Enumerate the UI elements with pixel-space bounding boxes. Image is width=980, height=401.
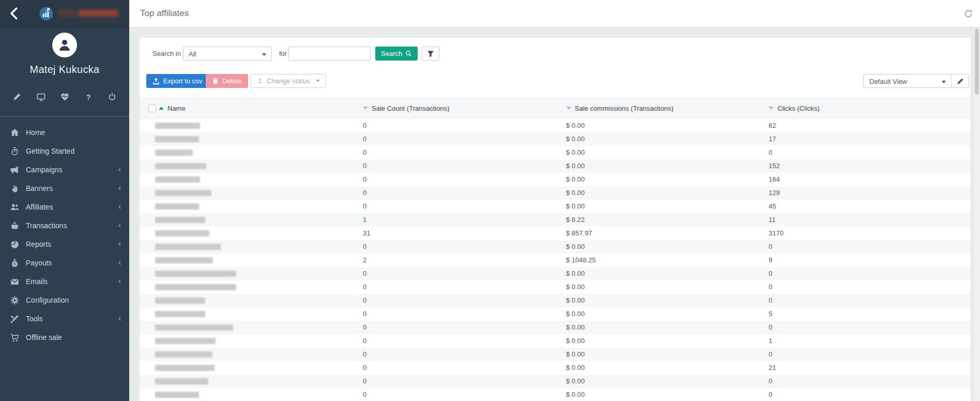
table-row[interactable]: 0 $ 0.00 164 [140,173,971,186]
commission-cell: $ 0.00 [566,135,585,143]
table-row[interactable]: 0 $ 0.00 21 [140,361,971,375]
sidebar-item-reports[interactable]: Reports [0,235,129,254]
clicks-cell: 9 [769,256,772,264]
table-row[interactable]: 0 $ 0.00 129 [140,186,971,200]
sidebar-item-banners[interactable]: Banners [0,179,129,198]
affiliate-name-redacted [155,351,212,358]
affiliate-name-redacted [155,392,199,398]
trash-icon [212,78,219,84]
topbar: Top affiliates [129,0,980,27]
table-row[interactable]: 1 $ 8.22 11 [140,213,971,227]
clicks-cell: 0 [769,243,772,250]
table-row[interactable]: 0 $ 0.00 0 [140,348,971,361]
sidebar-item-emails[interactable]: Emails [0,272,129,291]
table-row[interactable]: 0 $ 0.00 0 [140,321,971,334]
app-logo-icon[interactable] [39,7,53,21]
scrollbar-thumb[interactable] [975,28,979,95]
table-row[interactable]: 0 $ 0.00 45 [140,200,971,213]
clicks-cell: 11 [769,216,776,224]
table-row[interactable]: 2 $ 1048.25 9 [140,254,971,267]
table-row[interactable]: 0 $ 0.00 0 [140,267,971,280]
affiliate-name-redacted [155,190,211,196]
table-row[interactable]: 0 $ 0.00 0 [140,146,971,159]
filter-button[interactable] [422,47,439,61]
affiliate-name-redacted [155,257,213,263]
column-header-sale-commissions[interactable]: Sale commissions (Transactions) [566,97,673,119]
search-button[interactable]: Search [375,47,418,61]
edit-view-button[interactable] [952,75,969,87]
change-status-button[interactable]: Change status [251,74,326,88]
search-scope-select[interactable]: All [183,47,272,61]
quick-actions: ? [12,92,117,101]
column-header-name[interactable]: Name [159,97,186,119]
logout-power-icon[interactable] [108,92,117,101]
sale-count-cell: 31 [363,229,370,237]
sort-icon [566,107,571,110]
sale-count-cell: 1 [363,216,366,224]
table-row[interactable]: 0 $ 0.00 152 [140,159,971,173]
sidebar-item-payouts[interactable]: Payouts [0,254,129,272]
sidebar-item-tools[interactable]: Tools [0,309,129,328]
commission-cell: $ 8.22 [566,216,585,224]
sale-count-cell: 0 [363,202,366,210]
sale-count-cell: 0 [363,350,366,358]
moneybag-icon [10,259,19,268]
sort-icon [769,107,774,110]
sidebar-item-configuration[interactable]: Configuration [0,291,129,309]
table-row[interactable]: 0 $ 0.00 0 [140,294,971,307]
export-to-csv-button[interactable]: Export to csv [146,74,208,88]
status-heartbeat-icon[interactable] [60,92,69,101]
monitor-icon[interactable] [36,92,45,101]
sidebar-item-campaigns[interactable]: Campaigns [0,160,129,179]
select-all-checkbox[interactable] [148,105,156,112]
commission-cell: $ 0.00 [566,377,585,385]
up-down-arrows-icon [257,78,263,84]
view-select[interactable]: Default View [864,75,952,87]
sale-count-cell: 0 [363,135,366,143]
chevron-left-icon [117,224,122,228]
table-row[interactable]: 0 $ 0.00 0 [140,388,971,401]
column-header-clicks[interactable]: Clicks (Clicks) [769,97,820,119]
clicks-cell: 129 [769,189,780,197]
table-row[interactable]: 0 $ 0.00 0 [140,240,971,254]
table-row[interactable]: 0 $ 0.00 0 [140,375,971,388]
commission-cell: $ 0.00 [566,364,585,372]
table-row[interactable]: 0 $ 0.00 0 [140,280,971,294]
delete-button[interactable]: Delete [206,74,248,88]
column-header-sale-count[interactable]: Sale Count (Transactions) [363,97,450,119]
table-row[interactable]: 0 $ 0.00 17 [140,132,971,146]
sidebar-item-affiliates[interactable]: Affiliates [0,198,129,216]
chevron-left-icon [117,261,122,265]
refresh-icon[interactable] [964,9,973,18]
upload-icon [152,78,160,85]
search-input[interactable] [288,47,371,61]
sale-count-cell: 0 [363,175,366,183]
avatar[interactable] [52,33,77,57]
table-row[interactable]: 0 $ 0.00 5 [140,307,971,321]
sidebar-item-transactions[interactable]: Transactions [0,216,129,235]
table-row[interactable]: 0 $ 0.00 62 [140,119,971,132]
help-icon[interactable]: ? [84,92,93,101]
clicks-cell: 0 [769,270,772,277]
table-row[interactable]: 31 $ 857.97 3170 [140,227,971,240]
sidebar-item-getting-started[interactable]: Getting Started [0,142,129,160]
commission-cell: $ 1048.25 [566,256,596,264]
sort-asc-icon [159,107,164,110]
chevron-down-icon [942,81,946,83]
table-row[interactable]: 0 $ 0.00 1 [140,334,971,348]
sidebar-item-offline-sale[interactable]: Offline sale [0,328,129,347]
clicks-cell: 0 [769,296,772,304]
vertical-scrollbar[interactable] [973,27,980,401]
sale-count-cell: 0 [363,148,366,156]
user-name: Matej Kukucka [0,64,129,76]
affiliate-name-redacted [155,203,199,210]
commission-cell: $ 0.00 [566,310,585,318]
edit-profile-icon[interactable] [12,92,22,101]
sale-count-cell: 0 [363,243,366,250]
sidebar-item-home[interactable]: Home [0,123,129,142]
clicks-cell: 0 [769,350,772,358]
affiliate-name-redacted [155,365,215,371]
collapse-sidebar-button[interactable] [8,7,21,20]
chevron-down-icon [316,80,320,82]
commission-cell: $ 0.00 [566,175,585,183]
